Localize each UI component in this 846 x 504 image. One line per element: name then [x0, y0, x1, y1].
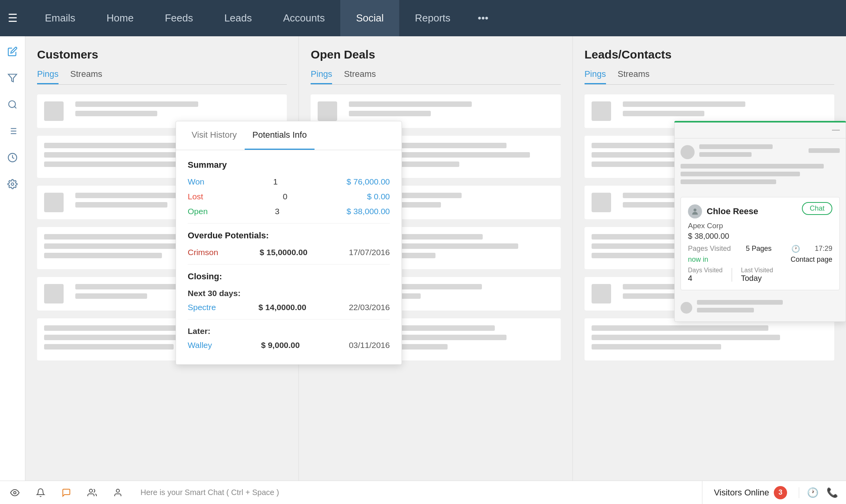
now-in-page: Contact page	[791, 256, 832, 264]
lost-amount: $ 0.00	[367, 192, 390, 201]
user-icon[interactable]	[111, 486, 125, 500]
won-amount: $ 76,000.00	[347, 177, 390, 186]
hamburger-icon[interactable]: ☰	[8, 12, 18, 25]
svg-line-2	[14, 106, 16, 108]
summary-open-row: Open 3 $ 38,000.00	[188, 207, 390, 216]
leads-contacts-tabs: Pings Streams	[585, 69, 834, 85]
bottom-bar: Here is your Smart Chat ( Ctrl + Space )…	[0, 481, 846, 504]
nav-feeds[interactable]: Feeds	[149, 0, 208, 36]
open-deals-title: Open Deals	[311, 48, 560, 61]
walley-row: Walley $ 9,000.00 03/11/2016	[188, 341, 390, 350]
chat-bubble-icon[interactable]	[59, 486, 73, 500]
walley-amount: $ 9,000.00	[261, 341, 300, 350]
lost-count: 0	[277, 192, 293, 201]
nav-emails[interactable]: Emails	[29, 0, 91, 36]
panel-skeleton-top	[675, 138, 846, 193]
customers-tabs: Pings Streams	[37, 69, 287, 85]
bottom-left: Here is your Smart Chat ( Ctrl + Space )	[0, 486, 702, 500]
visitor-panel: — Chloe Reese Chat Apex Corp $ 38,000.00…	[674, 121, 846, 322]
close-icon[interactable]: —	[832, 125, 840, 134]
panel-skeleton-bottom	[675, 294, 846, 321]
pages-visited-row: Pages Visited 5 Pages 🕐 17:29	[688, 245, 832, 253]
open-deals-tabs: Pings Streams	[311, 69, 560, 85]
summary-title: Summary	[188, 160, 390, 170]
walley-date: 03/11/2016	[349, 341, 390, 350]
bell-icon[interactable]	[34, 486, 48, 500]
settings-icon[interactable]	[5, 177, 20, 192]
overdue-crimson-amount: $ 15,0000.00	[259, 248, 307, 257]
summary-lost-row: Lost 0 $ 0.00	[188, 192, 390, 201]
filter-icon[interactable]	[5, 71, 20, 85]
visitors-count-badge: 3	[774, 486, 787, 499]
nav-social[interactable]: Social	[340, 0, 399, 36]
open-amount: $ 38,000.00	[347, 207, 390, 216]
customers-tab-streams[interactable]: Streams	[70, 69, 102, 84]
svg-point-1	[9, 101, 15, 107]
leads-contacts-tab-streams[interactable]: Streams	[618, 69, 650, 84]
eye-icon[interactable]	[8, 486, 22, 500]
left-sidebar	[0, 36, 25, 481]
spectre-date: 22/03/2016	[349, 303, 390, 312]
svg-marker-0	[8, 74, 17, 82]
popup-tabs: Visit History Potentials Info	[176, 121, 402, 150]
now-in-label: now in	[688, 256, 708, 264]
users-icon[interactable]	[85, 486, 99, 500]
top-nav: ☰ Emails Home Feeds Leads Accounts Socia…	[0, 0, 846, 36]
bottom-right-icons: 🕐 📞	[799, 487, 846, 498]
next30-label: Next 30 days:	[188, 289, 390, 298]
skeleton-item	[585, 318, 834, 360]
svg-point-11	[693, 209, 696, 211]
nav-leads[interactable]: Leads	[209, 0, 268, 36]
popup-tab-visit-history[interactable]: Visit History	[184, 121, 245, 150]
contact-amount: $ 38,000.00	[688, 232, 832, 241]
search-icon[interactable]	[5, 97, 20, 112]
nav-home[interactable]: Home	[91, 0, 149, 36]
popup-tab-potentials-info[interactable]: Potentials Info	[245, 121, 315, 150]
closing-title: Closing:	[188, 272, 390, 282]
customers-tab-pings[interactable]: Pings	[37, 69, 59, 84]
overdue-crimson-link[interactable]: Crimson	[188, 248, 218, 257]
pages-visited-value: 5 Pages	[746, 245, 771, 253]
last-visited-label: Last Visited	[741, 267, 773, 274]
smart-chat-hint[interactable]: Here is your Smart Chat ( Ctrl + Space )	[137, 488, 694, 497]
clock-icon[interactable]	[5, 150, 20, 165]
contact-header: Chloe Reese	[688, 204, 832, 218]
nav-accounts[interactable]: Accounts	[267, 0, 340, 36]
won-label: Won	[188, 177, 204, 186]
open-deals-tab-streams[interactable]: Streams	[344, 69, 376, 84]
list-icon[interactable]	[5, 124, 20, 138]
nav-more[interactable]: •••	[466, 12, 500, 24]
svg-point-14	[116, 489, 119, 492]
visitors-online-button[interactable]: Visitors Online 3	[702, 481, 799, 504]
visit-time: 17:29	[815, 245, 832, 253]
contact-company: Apex Corp	[688, 222, 832, 230]
spectre-link[interactable]: Spectre	[188, 303, 216, 312]
nav-reports[interactable]: Reports	[399, 0, 466, 36]
open-count: 3	[269, 207, 285, 216]
contact-name: Chloe Reese	[707, 206, 832, 217]
overdue-crimson-date: 17/07/2016	[349, 248, 390, 257]
spectre-amount: $ 14,0000.00	[258, 303, 306, 312]
visitors-online-label: Visitors Online	[714, 488, 769, 498]
customers-title: Customers	[37, 48, 287, 61]
svg-point-12	[14, 492, 16, 494]
lost-label: Lost	[188, 192, 203, 201]
contact-footer: Days Visited 4 Last Visited Today	[688, 267, 832, 283]
spectre-row: Spectre $ 14,0000.00 22/03/2016	[188, 303, 390, 312]
green-accent-bar	[674, 121, 846, 122]
panel-header: —	[675, 121, 846, 138]
overdue-crimson-row: Crimson $ 15,0000.00 17/07/2016	[188, 248, 390, 257]
summary-won-row: Won 1 $ 76,000.00	[188, 177, 390, 186]
clock-bottom-icon[interactable]: 🕐	[807, 487, 819, 498]
leads-contacts-tab-pings[interactable]: Pings	[585, 69, 606, 84]
open-deals-tab-pings[interactable]: Pings	[311, 69, 332, 84]
potentials-popup: Visit History Potentials Info Summary Wo…	[176, 121, 402, 365]
won-count: 1	[268, 177, 283, 186]
pages-visited-label: Pages Visited	[688, 245, 731, 253]
days-visited-label: Days Visited	[688, 267, 723, 274]
svg-point-10	[11, 183, 14, 186]
edit-icon[interactable]	[5, 44, 20, 59]
contact-card: Chloe Reese Chat Apex Corp $ 38,000.00 P…	[681, 197, 840, 290]
phone-icon[interactable]: 📞	[826, 487, 838, 498]
walley-link[interactable]: Walley	[188, 341, 212, 350]
